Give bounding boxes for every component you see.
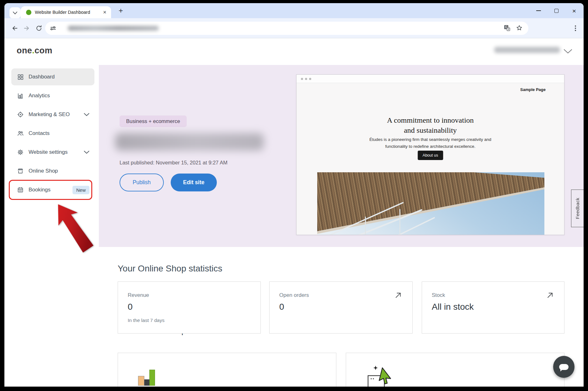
sidebar-item-label: Website settings	[29, 149, 67, 155]
external-link-arrow-icon[interactable]	[546, 291, 554, 299]
architecture-photo	[317, 172, 544, 235]
reload-button[interactable]	[35, 24, 43, 32]
site-preview-card[interactable]: Sample Page A commitment to innovation a…	[296, 74, 564, 235]
storefront-icon	[17, 168, 24, 174]
edit-site-button[interactable]: Edit site	[171, 174, 217, 191]
open-orders-value: 0	[279, 302, 284, 312]
url-text-blurred	[68, 26, 159, 31]
preview-page: Sample Page A commitment to innovation a…	[297, 83, 564, 235]
plan-badge: Business + ecommerce	[120, 115, 187, 127]
window-maximize-button[interactable]	[552, 6, 561, 15]
red-annotation-arrow	[34, 202, 100, 265]
site-name-blurred	[115, 133, 264, 151]
people-icon	[17, 130, 24, 137]
browser-menu-icon[interactable]	[572, 25, 579, 31]
chat-icon	[559, 364, 569, 370]
sidebar-item-bookings[interactable]: Bookings New	[11, 181, 94, 198]
back-arrow-icon	[11, 25, 18, 32]
stock-value: All in stock	[432, 302, 474, 312]
sidebar-item-online-shop[interactable]: Online Shop	[11, 163, 94, 179]
sidebar-item-contacts[interactable]: Contacts	[11, 125, 94, 142]
bookmark-star-icon[interactable]	[516, 24, 523, 31]
stock-card[interactable]: Stock All in stock	[422, 281, 564, 334]
onecom-logo: one.com	[17, 46, 52, 56]
preview-heading: A commitment to innovation and sustainab…	[297, 115, 564, 136]
new-tab-button[interactable]: +	[116, 6, 126, 15]
site-favicon-icon	[26, 10, 31, 15]
chevron-down-icon	[564, 49, 572, 54]
calendar-icon	[17, 186, 24, 193]
products-promo-card[interactable]	[346, 353, 564, 387]
forward-button[interactable]	[23, 24, 31, 32]
preview-about-us-button: About us	[418, 151, 443, 160]
revenue-note: In the last 7 days	[128, 318, 164, 323]
site-controls-icon[interactable]	[49, 24, 57, 32]
app-header: one.com	[4, 39, 584, 65]
back-button[interactable]	[11, 24, 19, 32]
grid-icon	[17, 73, 24, 80]
forward-arrow-icon	[23, 25, 30, 32]
sidebar-item-label: Analytics	[29, 93, 50, 99]
chevron-down-icon[interactable]	[84, 151, 89, 154]
sidebar-item-dashboard[interactable]: Dashboard	[11, 68, 94, 85]
window-minimize-button[interactable]	[534, 6, 543, 15]
hero-section: Business + ecommerce Last published: Nov…	[99, 65, 584, 247]
preview-nav-label: Sample Page	[520, 87, 546, 92]
open-orders-label: Open orders	[279, 292, 309, 298]
page-content: Business + ecommerce Last published: Nov…	[4, 65, 584, 387]
preview-browser-bar	[297, 75, 564, 83]
chat-widget-button[interactable]	[553, 356, 575, 378]
browser-tab-strip: Website Builder Dashboard × + ×	[4, 3, 584, 18]
gear-icon	[17, 149, 24, 156]
external-link-arrow-icon[interactable]	[394, 291, 402, 299]
sidebar-item-label: Contacts	[29, 130, 50, 137]
bar-chart-icon	[17, 92, 24, 99]
new-badge: New	[72, 186, 89, 194]
sidebar-item-label: Dashboard	[29, 74, 55, 80]
browser-tab[interactable]: Website Builder Dashboard ×	[21, 6, 111, 18]
browser-toolbar: G	[4, 18, 584, 38]
box-cursor-icon	[364, 364, 398, 387]
target-icon	[17, 111, 24, 118]
tab-close-icon[interactable]: ×	[102, 9, 107, 15]
sidebar: Dashboard Analytics Marketing & SEO Cont…	[4, 65, 99, 387]
chevron-down-icon	[13, 12, 17, 14]
sidebar-item-label: Bookings	[29, 187, 51, 193]
tab-title: Website Builder Dashboard	[35, 10, 102, 15]
open-orders-card[interactable]: Open orders 0	[269, 281, 413, 334]
stock-label: Stock	[432, 292, 445, 298]
tab-search-button[interactable]	[9, 7, 21, 19]
orders-promo-card[interactable]	[118, 353, 336, 387]
feedback-tab[interactable]: Feedback	[571, 190, 584, 227]
browser-window: Website Builder Dashboard × + ×	[4, 3, 584, 387]
translate-icon[interactable]: G	[503, 24, 511, 32]
address-bar[interactable]: G	[45, 22, 528, 35]
sidebar-item-label: Marketing & SEO	[29, 111, 70, 118]
revenue-value: 0	[128, 302, 133, 312]
chevron-down-icon[interactable]	[84, 113, 89, 116]
screenshot-frame: Website Builder Dashboard × + ×	[0, 0, 588, 391]
revenue-card: Revenue 0 In the last 7 days	[118, 281, 261, 334]
reload-icon	[35, 25, 42, 32]
feedback-label: Feedback	[575, 198, 580, 219]
logo-green-dot: .	[32, 46, 35, 55]
stats-heading: Your Online Shop statistics	[118, 264, 222, 274]
sidebar-item-analytics[interactable]: Analytics	[11, 87, 94, 104]
window-close-button[interactable]: ×	[570, 6, 579, 15]
bar-chart-color-icon	[138, 367, 160, 386]
sidebar-item-website-settings[interactable]: Website settings	[11, 144, 94, 161]
sidebar-item-marketing-seo[interactable]: Marketing & SEO	[11, 106, 94, 123]
publish-button[interactable]: Publish	[120, 174, 164, 191]
account-menu-button[interactable]	[564, 49, 572, 54]
sidebar-item-label: Online Shop	[29, 168, 58, 174]
revenue-label: Revenue	[128, 292, 149, 298]
preview-paragraph: Études is a pioneering firm that seamles…	[297, 136, 564, 150]
account-email-blurred	[494, 47, 560, 53]
last-published-text: Last published: November 15, 2021 at 9:2…	[120, 160, 227, 166]
